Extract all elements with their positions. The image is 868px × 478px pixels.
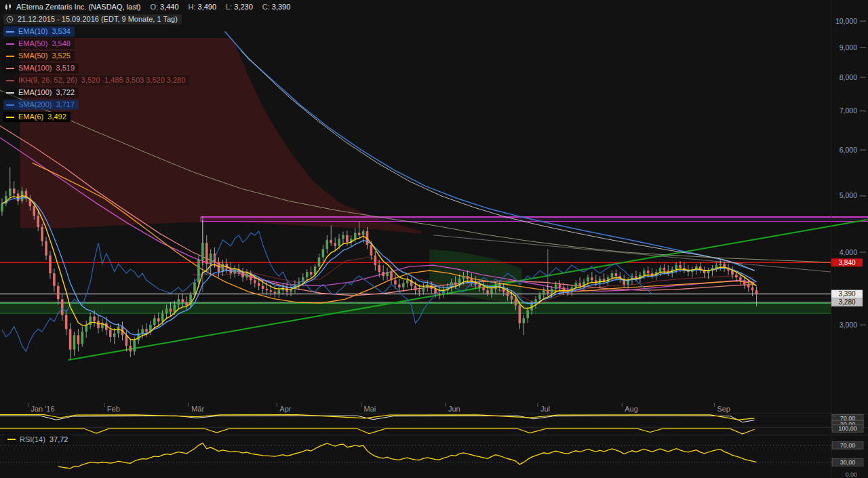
candle: [578, 283, 581, 286]
overlay-EMA(100)[interactable]: [241, 50, 755, 271]
candle: [731, 271, 734, 275]
time-axis[interactable]: Jan '16FebMärAprMaiJunJulAugSep: [28, 403, 730, 413]
candle: [69, 329, 72, 349]
legend-item-sma200[interactable]: SMA(200)3,717: [3, 100, 79, 110]
price-axis[interactable]: 10,0009,0008,0007,0006,0005,0004,0003,00…: [831, 17, 866, 329]
svg-text:Jul: Jul: [540, 405, 550, 413]
legend-item-ema10[interactable]: EMA(10)3,534: [3, 26, 75, 37]
candle: [113, 334, 116, 337]
candle: [522, 318, 525, 323]
indicator-value: 3,534: [52, 27, 71, 36]
resistance-rectangle[interactable]: [201, 217, 868, 222]
candle: [338, 239, 340, 246]
indicator-name: EMA(100): [18, 88, 52, 97]
candle: [254, 280, 256, 283]
svg-text:0,00: 0,00: [845, 471, 857, 478]
candle: [675, 265, 677, 269]
indicator-name: SMA(100): [18, 64, 52, 73]
indicator-name: SMA(50): [18, 52, 47, 60]
indicator-name: EMA(10): [18, 27, 47, 36]
indicator-value: 3,492: [47, 113, 66, 121]
rsi-legend[interactable]: RSI(14) 37,72: [5, 435, 72, 444]
candle: [563, 287, 566, 290]
indicator-value: 3,548: [52, 39, 71, 48]
indicator-name: SMA(200): [18, 100, 52, 109]
candle: [117, 327, 120, 334]
candle: [715, 265, 718, 268]
candle: [434, 289, 437, 294]
candle: [611, 273, 614, 277]
candle: [515, 299, 517, 305]
svg-text:Aug: Aug: [625, 405, 638, 413]
instrument-title: AEterna Zentaris Inc. (NASDAQ, last): [16, 3, 140, 12]
svg-text:100,00: 100,00: [838, 425, 857, 432]
candle: [679, 265, 682, 268]
open-value: O:3,440: [150, 3, 178, 12]
legend-item-sma100[interactable]: SMA(100)3,519: [3, 63, 79, 73]
candle: [382, 272, 384, 276]
instrument-header[interactable]: AEterna Zentaris Inc. (NASDAQ, last) O:3…: [3, 2, 294, 12]
svg-text:6,000: 6,000: [840, 146, 857, 154]
candle: [185, 302, 188, 306]
candle: [161, 313, 164, 321]
candle: [394, 280, 397, 284]
candle: [174, 304, 176, 311]
legend-item-ema100[interactable]: EMA(100)3,722: [3, 87, 79, 98]
indicator-strip-1[interactable]: 70,0030,00: [0, 414, 863, 428]
candle: [507, 292, 509, 296]
legend-item-sma50[interactable]: SMA(50)3,525: [3, 51, 75, 61]
legend-color-dash: [6, 31, 14, 33]
candle: [542, 290, 545, 295]
support-band[interactable]: [0, 303, 831, 313]
candle: [346, 235, 349, 243]
period-label: 21.12.2015 - 15.09.2016 (EDT, 9 Monate, …: [18, 15, 178, 24]
svg-text:7,000: 7,000: [840, 106, 857, 115]
candle: [390, 272, 393, 280]
high-value: H:3,490: [189, 3, 217, 12]
legend-color-dash: [6, 117, 14, 118]
candle: [538, 295, 541, 300]
svg-text:3,280: 3,280: [838, 298, 855, 306]
indicator-name: EMA(50): [18, 39, 47, 48]
rsi-panel[interactable]: 70,0030,000,00: [0, 441, 863, 478]
svg-text:Mai: Mai: [364, 405, 376, 413]
legend-item-ema50[interactable]: EMA(50)3,548: [3, 39, 75, 49]
candle: [178, 299, 180, 304]
period-selector[interactable]: 21.12.2015 - 15.09.2016 (EDT, 9 Monate, …: [3, 14, 182, 24]
candle: [274, 292, 277, 293]
overlay-SMA(200)[interactable]: [224, 31, 754, 271]
candle: [398, 285, 401, 287]
candle: [97, 321, 100, 328]
candle: [358, 233, 361, 235]
legend-item-ema6[interactable]: EMA(6)3,492: [3, 112, 71, 122]
candle: [551, 289, 553, 294]
candle: [511, 296, 513, 299]
svg-text:8,000: 8,000: [840, 73, 857, 81]
candlestick-icon: [5, 3, 12, 11]
svg-text:3,390: 3,390: [838, 290, 855, 298]
candle: [57, 286, 60, 300]
candle: [318, 258, 321, 267]
candle: [241, 272, 244, 277]
candle: [109, 330, 112, 337]
legend-color-dash: [6, 68, 14, 69]
chart-legend: AEterna Zentaris Inc. (NASDAQ, last) O:3…: [3, 2, 294, 122]
candle: [643, 271, 646, 275]
candle: [418, 290, 421, 292]
candle: [482, 287, 485, 290]
candle: [49, 256, 52, 273]
candle: [85, 325, 87, 332]
svg-text:Sep: Sep: [717, 405, 730, 413]
svg-text:70,00: 70,00: [840, 442, 856, 449]
indicator-strip-2[interactable]: 100,00: [0, 425, 863, 435]
candle: [193, 282, 196, 294]
candle: [755, 290, 758, 294]
svg-text:9,000: 9,000: [840, 43, 857, 52]
candle: [555, 285, 557, 289]
legend-item-ikh[interactable]: IKH(9, 26, 52, 26)3,520 -1,485 3,503 3,5…: [3, 75, 189, 85]
candle: [414, 286, 417, 290]
svg-text:30,00: 30,00: [840, 459, 856, 466]
svg-text:5,000: 5,000: [840, 191, 857, 199]
candle: [559, 285, 561, 287]
svg-text:3,000: 3,000: [840, 321, 857, 329]
